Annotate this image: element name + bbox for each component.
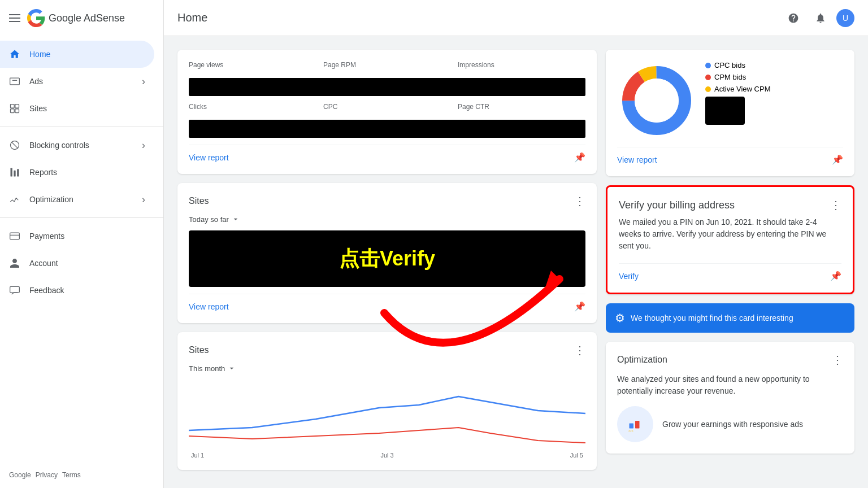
sidebar-item-feedback[interactable]: Feedback	[0, 277, 154, 304]
verify-overlay-text: 点击Verify	[339, 245, 435, 273]
sites-top-period-label: Today so far	[189, 215, 229, 224]
x-label-3: Jul 5	[570, 452, 583, 459]
optimization-menu-button[interactable]: ⋮	[832, 353, 843, 367]
info-icon: ⚙	[615, 311, 625, 325]
stats-view-report-link[interactable]: View report	[189, 153, 229, 162]
svg-rect-11	[10, 233, 20, 239]
legend-dot-cpm	[705, 75, 711, 80]
sites-top-menu-button[interactable]: ⋮	[574, 194, 585, 208]
right-column: CPC bids CPM bids Active View CPM	[606, 50, 854, 474]
sites-icon	[9, 103, 20, 114]
verify-card-pin-icon: 📌	[830, 271, 841, 281]
blocking-controls-label: Blocking controls	[29, 141, 89, 150]
sidebar-item-blocking-controls[interactable]: Blocking controls	[0, 132, 154, 159]
hamburger-menu[interactable]	[9, 14, 20, 22]
footer-terms-link[interactable]: Terms	[62, 471, 81, 479]
left-column: Page views Page RPM Impressions Clicks C…	[177, 50, 597, 474]
stats-grid: Page views Page RPM Impressions	[189, 61, 585, 71]
sites-bottom-period-dropdown[interactable]: This month	[189, 364, 585, 373]
donut-card: CPC bids CPM bids Active View CPM	[606, 50, 854, 176]
x-label-2: Jul 3	[380, 452, 393, 459]
account-icon	[9, 258, 20, 269]
sidebar-item-account[interactable]: Account	[0, 250, 154, 277]
logo-area: Google AdSense	[27, 9, 125, 27]
svg-line-7	[11, 142, 18, 149]
donut-chart	[617, 61, 696, 140]
svg-rect-10	[17, 169, 19, 176]
payments-icon	[9, 230, 20, 242]
optimization-feature-icon: </>	[617, 406, 653, 442]
page-ctr-label: Page CTR	[458, 103, 585, 111]
sites-bottom-menu-button[interactable]: ⋮	[574, 343, 585, 357]
verify-card-menu-button[interactable]: ⋮	[830, 198, 841, 212]
optimization-title: Optimization	[617, 355, 667, 365]
feedback-label: Feedback	[29, 286, 64, 295]
avatar[interactable]: U	[836, 9, 854, 27]
stats-grid-2: Clicks CPC Page CTR	[189, 103, 585, 113]
sidebar-item-ads[interactable]: Ads	[0, 68, 154, 95]
sites-top-pin-icon: 📌	[574, 301, 585, 312]
clicks-cell: Clicks	[189, 103, 316, 113]
home-icon	[9, 49, 20, 60]
nav-divider-2	[0, 217, 163, 218]
sites-top-card: Sites ⋮ Today so far 点击Verify View repor…	[177, 183, 597, 323]
donut-view-report-link[interactable]: View report	[617, 155, 657, 164]
footer-privacy-link[interactable]: Privacy	[36, 471, 58, 479]
sidebar-header: Google AdSense	[0, 0, 163, 36]
topbar-icons: U	[782, 7, 854, 29]
svg-rect-13	[10, 286, 20, 293]
optimization-icon	[9, 194, 20, 205]
legend-dot-cpc	[705, 63, 711, 68]
dropdown-arrow-icon	[231, 215, 240, 224]
legend-dot-active-view	[705, 86, 711, 92]
sidebar-item-sites[interactable]: Sites	[0, 95, 154, 122]
info-banner-text: We thought you might find this card inte…	[631, 313, 793, 323]
optimization-feature: </> Grow your earnings with responsive a…	[617, 406, 843, 442]
sites-bottom-period-label: This month	[189, 364, 225, 373]
reports-icon	[9, 167, 20, 178]
page-views-label: Page views	[189, 61, 316, 69]
svg-rect-5	[15, 109, 19, 113]
optimization-card-header: Optimization ⋮	[617, 353, 843, 367]
verify-card-title: Verify your billing address	[619, 199, 735, 211]
help-button[interactable]	[782, 7, 805, 29]
sidebar-item-payments[interactable]: Payments	[0, 223, 154, 250]
verify-link[interactable]: Verify	[619, 272, 639, 281]
notifications-button[interactable]	[809, 7, 832, 29]
sites-top-view-report-link[interactable]: View report	[189, 302, 229, 311]
donut-pin-icon: 📌	[832, 154, 843, 165]
ads-label: Ads	[29, 77, 43, 86]
dropdown-arrow-icon-2	[227, 364, 236, 373]
sidebar-footer: Google Privacy Terms	[0, 462, 163, 488]
topbar: Home U	[164, 0, 868, 36]
optimization-card: Optimization ⋮ We analyzed your sites an…	[606, 342, 854, 454]
sites-bottom-card: Sites ⋮ This month Jul 1 Jul 3 Jul 5	[177, 332, 597, 470]
ads-icon	[9, 76, 20, 87]
legend-cpm-label: CPM bids	[714, 73, 746, 81]
page-ctr-cell: Page CTR	[458, 103, 585, 113]
sidebar-item-reports[interactable]: Reports	[0, 159, 154, 186]
bottom-stat-bar	[189, 120, 585, 138]
stats-pin-icon: 📌	[574, 152, 585, 163]
sites-bottom-card-header: Sites ⋮	[189, 343, 585, 357]
legend-cpc: CPC bids	[705, 61, 843, 69]
cpc-label: CPC	[323, 103, 451, 111]
sidebar-item-optimization[interactable]: Optimization	[0, 186, 154, 213]
donut-view-report-row: View report 📌	[617, 147, 843, 165]
svg-rect-2	[11, 104, 15, 108]
optimization-label: Optimization	[29, 195, 73, 204]
donut-card-inner: CPC bids CPM bids Active View CPM	[617, 61, 843, 140]
sidebar-nav: Home Ads Sites Blocking controls	[0, 36, 163, 462]
sites-top-period-dropdown[interactable]: Today so far	[189, 215, 585, 224]
nav-divider-1	[0, 127, 163, 127]
page-rpm-label: Page RPM	[323, 61, 451, 69]
verify-card-actions: Verify 📌	[619, 263, 841, 281]
legend-cpm: CPM bids	[705, 73, 843, 81]
legend-active-view: Active View CPM	[705, 85, 843, 93]
clicks-label: Clicks	[189, 103, 316, 111]
sites-label: Sites	[29, 104, 47, 113]
sites-line-chart	[189, 380, 585, 447]
top-stat-bar	[189, 78, 585, 96]
sidebar-item-home[interactable]: Home	[0, 41, 154, 68]
reports-label: Reports	[29, 168, 57, 177]
